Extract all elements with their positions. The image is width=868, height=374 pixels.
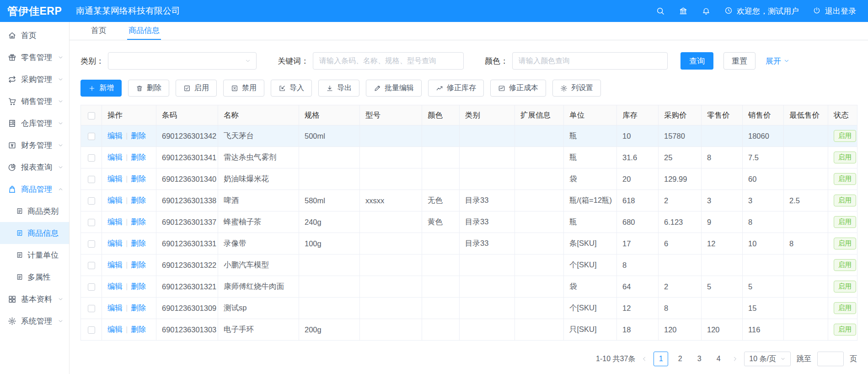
enable-button[interactable]: 启用 (176, 80, 217, 97)
table-row: 编辑|删除6901236301337蜂蜜柚子茶240g黄色目录33瓶6806.1… (81, 211, 857, 233)
sidebar-item-purchase[interactable]: 采购管理 (0, 68, 69, 90)
keyword-input[interactable] (313, 52, 464, 70)
page-3-button[interactable]: 3 (692, 352, 707, 366)
sidebar-item-goods-info[interactable]: 商品信息 (0, 222, 69, 244)
next-page-button[interactable] (732, 356, 738, 362)
bell-button[interactable] (702, 6, 711, 16)
delete-link[interactable]: 删除 (131, 153, 146, 161)
sidebar-item-sales[interactable]: 销售管理 (0, 90, 69, 112)
edit-link[interactable]: 编辑 (107, 282, 123, 290)
sidebar-item-goods[interactable]: 商品管理 (0, 178, 69, 200)
prev-page-button[interactable] (641, 356, 648, 362)
delete-link[interactable]: 删除 (131, 217, 146, 226)
page-4-button[interactable]: 4 (711, 352, 726, 366)
delete-link[interactable]: 删除 (131, 282, 146, 290)
sidebar-item-home[interactable]: 首页 (0, 24, 69, 46)
sidebar-item-basic-data[interactable]: 基本资料 (0, 288, 69, 310)
cell-retail (702, 298, 743, 319)
sidebar-item-retail[interactable]: 零售管理 (0, 46, 69, 68)
button-label: 列设置 (571, 83, 593, 93)
search-submit-button[interactable]: 查询 (680, 52, 713, 70)
welcome-user[interactable]: 欢迎您，测试用户 (724, 6, 799, 16)
delete-link[interactable]: 删除 (131, 174, 146, 183)
edit-link[interactable]: 编辑 (107, 174, 123, 183)
cell-name: 飞天茅台 (218, 125, 299, 147)
row-checkbox[interactable] (88, 176, 95, 183)
edit-link[interactable]: 编辑 (107, 304, 123, 312)
cell-barcode: 6901236301331 (156, 233, 218, 255)
row-checkbox[interactable] (88, 326, 95, 334)
logout-button[interactable]: 退出登录 (813, 6, 856, 16)
bank-button[interactable] (679, 6, 688, 16)
cell-purchase: 6.123 (659, 211, 702, 233)
delete-link[interactable]: 删除 (131, 196, 146, 204)
tab-home[interactable]: 首页 (90, 22, 108, 40)
edit-link[interactable]: 编辑 (107, 153, 123, 161)
fix-cost-button[interactable]: 修正成本 (490, 80, 546, 97)
page-1-button[interactable]: 1 (654, 352, 668, 366)
link-separator: | (126, 260, 128, 269)
edit-link[interactable]: 编辑 (107, 239, 123, 247)
row-checkbox[interactable] (88, 262, 95, 269)
jump-page-input[interactable] (817, 352, 844, 366)
sidebar-item-multi-attr[interactable]: 多属性 (0, 266, 69, 288)
cell-status: 启用 (828, 190, 857, 211)
cell-actions: 编辑|删除 (102, 298, 156, 319)
delete-button[interactable]: 删除 (128, 80, 169, 97)
row-checkbox[interactable] (88, 240, 95, 248)
delete-link[interactable]: 删除 (131, 131, 146, 140)
sidebar-item-finance[interactable]: 财务管理 (0, 134, 69, 156)
app-logo[interactable]: 管伊佳ERP (0, 4, 70, 18)
edit-link[interactable]: 编辑 (107, 217, 123, 226)
reset-button[interactable]: 重置 (723, 52, 755, 70)
sidebar-item-system[interactable]: 系统管理 (0, 310, 69, 332)
page-2-button[interactable]: 2 (673, 352, 687, 366)
color-input[interactable] (512, 52, 668, 70)
sidebar-item-goods-category[interactable]: 商品类别 (0, 200, 69, 222)
edit-link[interactable]: 编辑 (107, 325, 123, 333)
chev-right-icon (732, 356, 738, 362)
chev-down-icon (58, 318, 64, 324)
batch-edit-button[interactable]: 批量编辑 (366, 80, 422, 97)
page-size-select[interactable]: 10 条/页 (744, 352, 791, 366)
row-checkbox[interactable] (88, 197, 95, 205)
cell-name: 啤酒 (218, 190, 299, 211)
cell-sale: 18060 (743, 125, 784, 147)
cell-status: 启用 (828, 255, 857, 276)
column-settings-button[interactable]: 列设置 (552, 80, 601, 97)
export-button[interactable]: 导出 (318, 80, 359, 97)
delete-link[interactable]: 删除 (131, 260, 146, 269)
cell-model (360, 211, 422, 233)
add-button[interactable]: 新增 (80, 80, 122, 97)
tab-goods-info[interactable]: 商品信息 (127, 22, 161, 40)
edit-link[interactable]: 编辑 (107, 196, 123, 204)
disable-button[interactable]: 禁用 (223, 80, 264, 97)
row-checkbox[interactable] (88, 283, 95, 291)
cell-barcode: 6901236301337 (156, 211, 218, 233)
import-button[interactable]: 导入 (271, 80, 312, 97)
edit-link[interactable]: 编辑 (107, 260, 123, 269)
delete-link[interactable]: 删除 (131, 325, 146, 333)
column-header: 条码 (156, 105, 218, 125)
sidebar-item-measure-unit[interactable]: 计量单位 (0, 244, 69, 266)
delete-link[interactable]: 删除 (131, 304, 146, 312)
power-icon (813, 6, 821, 15)
sidebar-item-warehouse[interactable]: 仓库管理 (0, 112, 69, 134)
cell-actions: 编辑|删除 (102, 211, 156, 233)
edit-link[interactable]: 编辑 (107, 131, 123, 140)
cell-purchase: 25 (659, 147, 702, 168)
link-separator: | (126, 217, 128, 226)
delete-link[interactable]: 删除 (131, 239, 146, 247)
row-checkbox[interactable] (88, 219, 95, 226)
search-button[interactable] (656, 6, 665, 16)
cell-min: 8 (784, 233, 828, 255)
fix-stock-button[interactable]: 修正库存 (428, 80, 484, 97)
row-checkbox[interactable] (88, 133, 95, 140)
select-all-checkbox[interactable] (88, 112, 95, 119)
row-checkbox[interactable] (88, 154, 95, 162)
expand-toggle[interactable]: 展开 (766, 56, 790, 66)
sidebar-item-report[interactable]: 报表查询 (0, 156, 69, 178)
category-select[interactable] (108, 52, 257, 70)
row-checkbox[interactable] (88, 305, 95, 312)
x-square-icon (231, 85, 238, 92)
